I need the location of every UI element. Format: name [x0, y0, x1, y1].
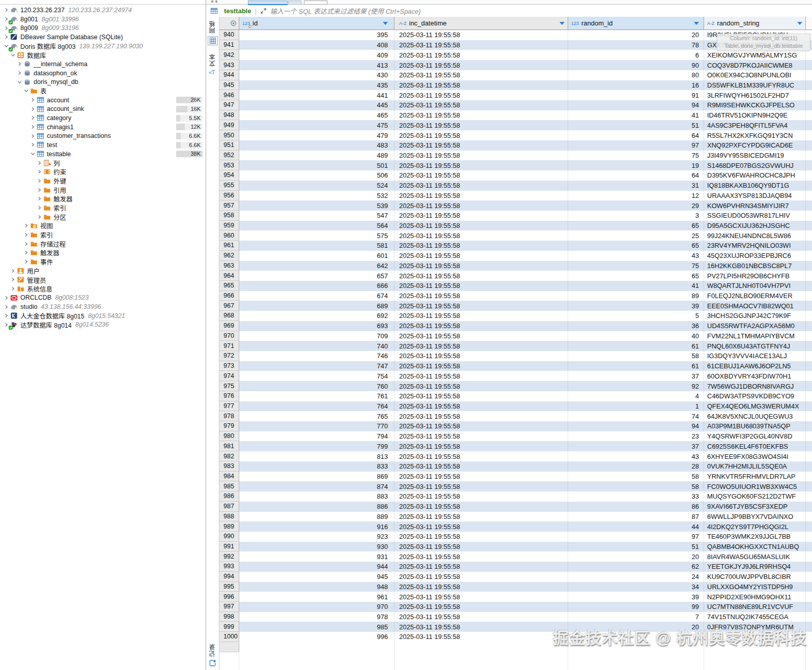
cell-random-string[interactable]: 23RV4YMRV2HQNILO03WI: [704, 241, 806, 251]
cell-id[interactable]: 799: [239, 441, 395, 451]
cell-inc-datetime[interactable]: 2025-03-11 19:55:58: [395, 532, 568, 542]
cell-inc-datetime[interactable]: 2025-03-11 19:55:58: [395, 441, 568, 451]
cell-random-id[interactable]: 65: [568, 221, 704, 231]
chevron-right-icon[interactable]: [10, 268, 16, 274]
cell-id[interactable]: 760: [239, 381, 395, 391]
cell-id[interactable]: 886: [239, 502, 395, 512]
row-number-cell[interactable]: 992: [219, 551, 239, 562]
row-number-cell[interactable]: 953: [219, 160, 239, 170]
row-number-cell[interactable]: 952: [219, 151, 239, 161]
cell-id[interactable]: 869: [239, 472, 395, 482]
cell-random-id[interactable]: 62: [568, 562, 704, 572]
row-number-cell[interactable]: 962: [219, 251, 239, 261]
cell-random-string[interactable]: COQ3V8D7PKOJAIICWME8: [704, 60, 806, 70]
tree-item--[interactable]: 事件: [0, 257, 206, 267]
cell-id[interactable]: 931: [239, 551, 395, 562]
chevron-right-icon[interactable]: [23, 241, 30, 247]
cell-random-id[interactable]: 91: [568, 90, 704, 100]
chevron-right-icon[interactable]: [36, 178, 43, 184]
cell-random-string[interactable]: ID46TRV51OKIPN9H2Q9E: [704, 110, 806, 121]
cell-id[interactable]: 475: [239, 120, 395, 130]
cell-inc-datetime[interactable]: 2025-03-11 19:55:58: [395, 221, 568, 231]
tree-item--[interactable]: 数据库: [0, 50, 206, 60]
row-number-cell[interactable]: 945: [219, 80, 239, 91]
chevron-right-icon[interactable]: [16, 70, 23, 76]
tree-item--[interactable]: 触发器: [0, 248, 206, 257]
row-number-cell[interactable]: 969: [219, 321, 239, 331]
cell-inc-datetime[interactable]: 2025-03-11 19:55:58: [395, 170, 568, 181]
row-number-cell[interactable]: 957: [219, 200, 239, 211]
cell-inc-datetime[interactable]: 2025-03-11 19:55:58: [395, 371, 568, 381]
cell-inc-datetime[interactable]: 2025-03-11 19:55:58: [395, 421, 568, 431]
cell-inc-datetime[interactable]: 2025-03-11 19:55:58: [395, 90, 568, 100]
chevron-right-icon[interactable]: [36, 160, 43, 166]
cell-random-id[interactable]: 89: [568, 291, 704, 301]
chevron-right-icon[interactable]: [30, 115, 36, 121]
cell-id[interactable]: 754: [239, 371, 395, 381]
cell-random-id[interactable]: 65: [568, 241, 704, 251]
chevron-right-icon[interactable]: [36, 196, 43, 202]
cell-id[interactable]: 408: [239, 40, 395, 50]
chevron-right-icon[interactable]: [23, 223, 30, 229]
cell-random-string[interactable]: 4I2DKQ2YS9T7PHGQGI2L: [704, 521, 806, 532]
cell-id[interactable]: 883: [239, 491, 395, 502]
chevron-right-icon[interactable]: [10, 277, 16, 283]
cell-id[interactable]: 532: [239, 191, 395, 201]
cell-random-id[interactable]: 41: [568, 281, 704, 291]
cell-random-id[interactable]: 78: [568, 40, 704, 50]
cell-random-string[interactable]: Y4QSRWFI3P2GGL40NV8D: [704, 431, 806, 442]
cell-id[interactable]: 874: [239, 481, 395, 491]
cell-random-string[interactable]: C46DW3ATPS9VKDB9CYO9: [704, 391, 806, 401]
cell-inc-datetime[interactable]: 2025-03-11 19:55:58: [395, 151, 568, 161]
cell-inc-datetime[interactable]: 2025-03-11 19:55:58: [395, 291, 568, 301]
row-number-cell[interactable]: 950: [219, 130, 239, 140]
cell-id[interactable]: 833: [239, 461, 395, 472]
row-number-cell[interactable]: 988: [219, 512, 239, 522]
column-header-random_string[interactable]: A-Zrandom_string: [704, 17, 806, 30]
cell-random-id[interactable]: 6: [568, 50, 704, 60]
row-number-cell[interactable]: 983: [219, 461, 239, 472]
cell-random-id[interactable]: 4: [568, 391, 704, 401]
cell-id[interactable]: 740: [239, 341, 395, 351]
cell-random-id[interactable]: 75: [568, 261, 704, 271]
sort-descending-icon[interactable]: [694, 22, 699, 25]
cell-random-string[interactable]: 61CEBUJ1AAW6J6OP2LN5: [704, 361, 806, 371]
row-number-cell[interactable]: 999: [219, 622, 239, 632]
cell-inc-datetime[interactable]: 2025-03-11 19:55:58: [395, 160, 568, 170]
column-header-inc_datetime[interactable]: A-Zinc_datetime: [395, 17, 568, 30]
row-number-cell[interactable]: 986: [219, 491, 239, 502]
chevron-right-icon[interactable]: [36, 205, 43, 211]
cell-id[interactable]: 581: [239, 241, 395, 251]
column-header-id[interactable]: 123id: [239, 17, 395, 30]
tree-item-__internal_schema[interactable]: __internal_schema: [0, 60, 206, 69]
cell-random-string[interactable]: XNQ92PXFCYPDG9ICAD6E: [704, 140, 806, 151]
cell-random-id[interactable]: 7: [568, 612, 704, 622]
cell-inc-datetime[interactable]: 2025-03-11 19:55:58: [395, 30, 568, 40]
tree-item-orclcdb[interactable]: ORCLCDB8g008:1523: [0, 294, 206, 303]
cell-random-string[interactable]: D95A5GCXIJU362HJSGHC: [704, 221, 806, 231]
cell-random-string[interactable]: 0VUK7HH2MIJLIL5SQE0A: [704, 461, 806, 472]
cell-random-id[interactable]: 44: [568, 521, 704, 532]
cell-id[interactable]: 692: [239, 311, 395, 321]
cell-inc-datetime[interactable]: 2025-03-11 19:55:58: [395, 140, 568, 151]
tree-item-studio[interactable]: studio43.138.156.44:33996: [0, 302, 206, 311]
cell-inc-datetime[interactable]: 2025-03-11 19:55:58: [395, 211, 568, 221]
row-number-cell[interactable]: 993: [219, 562, 239, 572]
chevron-right-icon[interactable]: [30, 142, 36, 148]
row-number-cell[interactable]: 989: [219, 521, 239, 532]
tree-item--[interactable]: 触发器: [0, 194, 206, 203]
row-number-cell[interactable]: 987: [219, 502, 239, 512]
row-number-cell[interactable]: 944: [219, 70, 239, 80]
cell-inc-datetime[interactable]: 2025-03-11 19:55:58: [395, 80, 568, 91]
cell-inc-datetime[interactable]: 2025-03-11 19:55:58: [395, 592, 568, 602]
cell-inc-datetime[interactable]: 2025-03-11 19:55:58: [395, 271, 568, 281]
cell-random-id[interactable]: 90: [568, 60, 704, 70]
cell-id[interactable]: 435: [239, 80, 395, 91]
cell-inc-datetime[interactable]: 2025-03-11 19:55:58: [395, 411, 568, 421]
cell-inc-datetime[interactable]: 2025-03-11 19:55:58: [395, 472, 568, 482]
cell-id[interactable]: 996: [239, 632, 395, 642]
cell-random-id[interactable]: 92: [568, 381, 704, 391]
cell-random-id[interactable]: 58: [568, 472, 704, 482]
cell-inc-datetime[interactable]: 2025-03-11 19:55:58: [395, 301, 568, 311]
cell-random-string[interactable]: MUQSYGOK60FS212D2TWF: [704, 491, 806, 502]
